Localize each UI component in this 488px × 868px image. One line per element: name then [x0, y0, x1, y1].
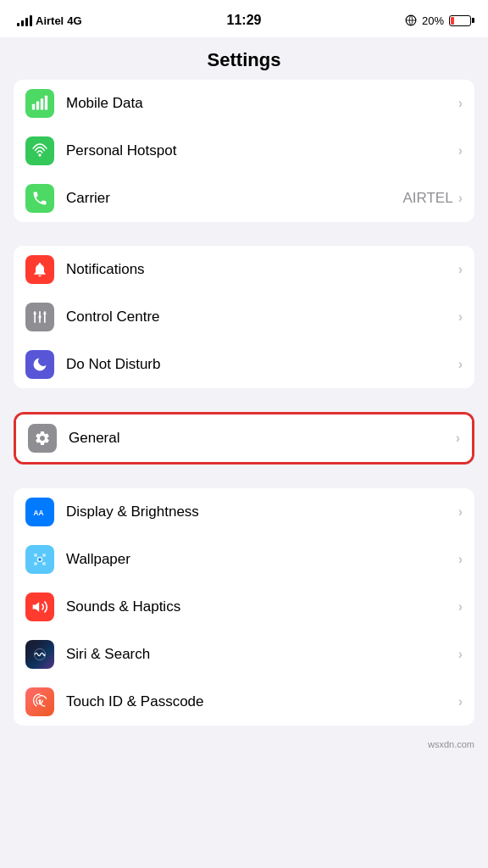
watermark: wsxdn.com [0, 732, 488, 756]
siri-icon-svg [31, 646, 48, 663]
battery-percent: 20% [422, 14, 444, 27]
carrier-value: AIRTEL [402, 190, 452, 207]
fingerprint-icon [31, 693, 48, 710]
battery-fill [451, 17, 454, 25]
wallpaper-chevron: › [458, 552, 463, 567]
wallpaper-icon-svg [31, 551, 48, 568]
status-bar: Airtel 4G 11:29 20% [0, 0, 488, 37]
row-display-brightness[interactable]: AA Display & Brightness › [14, 488, 474, 536]
personal-hotspot-chevron: › [458, 143, 463, 159]
mobile-data-icon [25, 89, 54, 118]
globe-icon [405, 14, 417, 26]
touch-id-label: Touch ID & Passcode [66, 693, 458, 710]
signal-icon [17, 14, 32, 26]
general-chevron: › [456, 431, 460, 446]
hotspot-icon [31, 142, 48, 159]
status-time: 11:29 [227, 13, 262, 28]
touch-id-icon [25, 687, 54, 716]
section-connectivity: Mobile Data › Personal Hotspot › Carrier… [14, 80, 474, 222]
wallpaper-label: Wallpaper [66, 551, 458, 568]
row-do-not-disturb[interactable]: Do Not Disturb › [14, 341, 474, 388]
svg-rect-4 [41, 98, 43, 109]
row-touch-id[interactable]: Touch ID & Passcode › [14, 678, 474, 726]
svg-marker-23 [33, 602, 40, 612]
do-not-disturb-icon [25, 350, 54, 379]
page-header: Settings [0, 37, 488, 80]
sounds-haptics-icon [25, 593, 54, 621]
display-brightness-label: Display & Brightness [66, 504, 458, 520]
svg-point-19 [34, 554, 37, 557]
siri-search-chevron: › [458, 647, 463, 662]
wallpaper-icon [25, 545, 54, 574]
svg-point-21 [34, 562, 37, 565]
mobile-data-chevron: › [458, 96, 463, 111]
svg-point-20 [42, 554, 46, 557]
spacer-3 [0, 471, 488, 488]
battery-icon [449, 15, 471, 26]
row-mobile-data[interactable]: Mobile Data › [14, 80, 474, 127]
svg-text:AA: AA [34, 509, 44, 517]
svg-rect-5 [45, 96, 47, 110]
svg-point-22 [42, 562, 46, 565]
bell-icon [31, 261, 48, 278]
control-centre-icon [25, 303, 54, 331]
row-siri-search[interactable]: Siri & Search › [14, 631, 474, 678]
status-right: 20% [405, 14, 471, 27]
row-personal-hotspot[interactable]: Personal Hotspot › [14, 127, 474, 175]
moon-icon [31, 356, 48, 373]
svg-point-6 [38, 153, 41, 156]
carrier-icon [25, 184, 54, 213]
spacer-2 [0, 395, 488, 412]
display-icon: AA [31, 504, 48, 520]
siri-icon [25, 640, 54, 669]
row-control-centre[interactable]: Control Centre › [14, 293, 474, 341]
personal-hotspot-icon [25, 136, 54, 165]
sounds-haptics-chevron: › [458, 599, 463, 615]
cellular-icon [31, 95, 48, 112]
row-sounds-haptics[interactable]: Sounds & Haptics › [14, 583, 474, 631]
do-not-disturb-label: Do Not Disturb [66, 356, 458, 373]
phone-icon [31, 190, 48, 207]
general-label: General [69, 430, 456, 447]
svg-point-18 [38, 558, 41, 560]
notifications-icon [25, 255, 54, 284]
svg-rect-2 [32, 104, 35, 110]
speaker-icon [31, 598, 48, 615]
display-brightness-chevron: › [458, 504, 463, 520]
display-brightness-icon: AA [25, 498, 54, 526]
section-system2: AA Display & Brightness › Wallpaper › [14, 488, 474, 726]
siri-search-label: Siri & Search [66, 646, 458, 663]
sliders-icon [31, 309, 48, 326]
touch-id-chevron: › [458, 694, 463, 709]
section-general: General › [14, 412, 474, 465]
section-system1: Notifications › Control Centre › [14, 246, 474, 388]
row-general[interactable]: General › [16, 415, 472, 462]
mobile-data-label: Mobile Data [66, 95, 458, 112]
do-not-disturb-chevron: › [458, 357, 463, 372]
carrier-chevron: › [458, 191, 463, 206]
page-title: Settings [0, 49, 488, 71]
row-wallpaper[interactable]: Wallpaper › [14, 536, 474, 583]
general-icon [28, 424, 57, 453]
notifications-chevron: › [458, 262, 463, 277]
personal-hotspot-label: Personal Hotspot [66, 142, 458, 159]
gear-icon [34, 430, 51, 447]
control-centre-chevron: › [458, 309, 463, 325]
status-carrier: Airtel 4G [17, 14, 82, 27]
row-notifications[interactable]: Notifications › [14, 246, 474, 293]
control-centre-label: Control Centre [66, 309, 458, 326]
notifications-label: Notifications [66, 261, 458, 278]
row-carrier[interactable]: Carrier AIRTEL › [14, 175, 474, 222]
spacer-1 [0, 229, 488, 246]
carrier-label: Carrier [66, 190, 402, 207]
sounds-haptics-label: Sounds & Haptics [66, 598, 458, 615]
svg-rect-3 [36, 102, 39, 110]
